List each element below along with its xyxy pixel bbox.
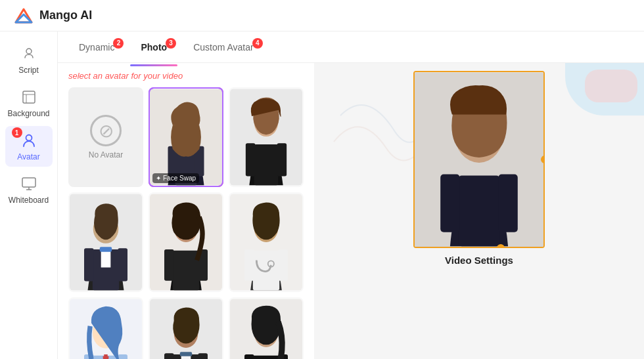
section-subtitle: select an avatar for your video [68,71,304,81]
preview-corner-handle[interactable] [541,156,545,163]
tab-dynamic-label: Dynamic [79,42,114,53]
svg-rect-44 [104,354,108,358]
svg-rect-26 [101,249,111,268]
avatar-5-image [230,194,302,291]
avatar-section: select an avatar for your video ⊘ No Ava… [58,63,644,359]
sidebar-item-script[interactable]: Script [5,39,53,80]
avatar-badge: 1 [12,127,22,138]
preview-content: Video Settings [314,63,644,274]
svg-rect-55 [244,354,254,359]
video-settings-label: Video Settings [445,255,513,266]
svg-rect-7 [22,178,35,187]
preview-avatar [415,72,543,247]
avatar-2-image [230,89,302,186]
resize-line [543,159,545,160]
svg-rect-61 [498,175,517,232]
svg-rect-59 [459,176,500,247]
sidebar: Script Background 1 Avatar [0,32,58,359]
sidebar-item-avatar[interactable]: 1 Avatar [5,126,53,167]
preview-frame [413,71,545,248]
avatar-grid-panel: select an avatar for your video ⊘ No Ava… [58,63,314,359]
svg-point-2 [26,49,32,54]
svg-rect-31 [164,249,174,281]
svg-rect-18 [254,144,279,185]
svg-rect-25 [118,248,127,281]
avatar-card-1[interactable]: ✦ Face Swap [149,87,223,187]
sidebar-item-avatar-label: Avatar [17,152,39,161]
face-swap-icon: ✦ [156,175,161,182]
background-icon [20,88,38,106]
no-avatar-label: No Avatar [89,150,123,159]
script-icon [20,45,38,63]
sidebar-item-whiteboard-label: Whiteboard [9,196,49,205]
sidebar-item-background[interactable]: Background [5,83,53,123]
svg-rect-19 [246,143,256,176]
avatar-card-8[interactable] [229,297,304,359]
svg-rect-37 [278,249,288,281]
avatar-6-image [70,299,142,359]
app-name: Mango AI [39,9,92,22]
svg-point-6 [26,135,32,141]
svg-rect-60 [440,175,459,232]
avatar-card-6[interactable] [68,297,143,359]
avatar-card-3[interactable] [68,192,143,292]
avatar-card-7[interactable] [149,297,223,359]
avatar-card-no-avatar[interactable]: ⊘ No Avatar [68,87,143,187]
avatar-7-image [150,299,222,359]
svg-rect-48 [164,353,174,359]
avatar-icon [20,131,38,150]
avatar-card-4[interactable] [149,192,223,292]
avatar-grid: ⊘ No Avatar [68,87,304,359]
tab-dynamic-badge: 2 [113,38,124,49]
no-avatar-icon: ⊘ [90,115,122,146]
tab-photo-label: Photo [141,42,167,53]
svg-rect-36 [244,249,254,281]
face-swap-badge-1: ✦ Face Swap [152,173,199,183]
logo: Mango AI [13,5,92,26]
preview-avatar-image [415,72,543,247]
svg-rect-49 [198,353,208,359]
svg-rect-24 [84,248,94,281]
main-layout: Script Background 1 Avatar [0,32,644,359]
tab-custom-avatar-label: Custom Avatar [193,42,254,53]
tab-custom-avatar-badge: 4 [252,38,263,49]
avatar-card-5[interactable] [229,192,304,292]
content-area: Dynamic 2 Photo 3 Custom Avatar 4 select… [58,32,644,359]
tab-dynamic[interactable]: Dynamic 2 [68,37,125,58]
tabs-bar: Dynamic 2 Photo 3 Custom Avatar 4 [58,32,644,63]
tab-photo-badge: 3 [166,38,176,49]
avatar-3-image [70,194,142,291]
tab-photo[interactable]: Photo 3 [130,37,177,58]
face-swap-label: Face Swap [163,175,196,182]
svg-rect-30 [173,251,199,290]
svg-rect-20 [277,143,287,176]
logo-icon [13,5,34,26]
whiteboard-icon [20,175,38,193]
avatar-4-image [150,194,222,291]
svg-rect-3 [23,91,35,103]
avatar-8-image [230,299,302,359]
svg-rect-51 [180,352,192,356]
sidebar-item-background-label: Background [7,109,49,118]
avatar-1-image [150,89,222,186]
svg-rect-43 [118,354,127,359]
header: Mango AI [0,0,644,32]
tab-custom-avatar[interactable]: Custom Avatar 4 [183,37,264,58]
sidebar-item-script-label: Script [18,66,39,75]
preview-panel: Video Settings [314,63,644,359]
sidebar-item-whiteboard[interactable]: Whiteboard [5,169,53,210]
avatar-card-2[interactable] [229,87,304,187]
svg-rect-27 [100,247,112,251]
